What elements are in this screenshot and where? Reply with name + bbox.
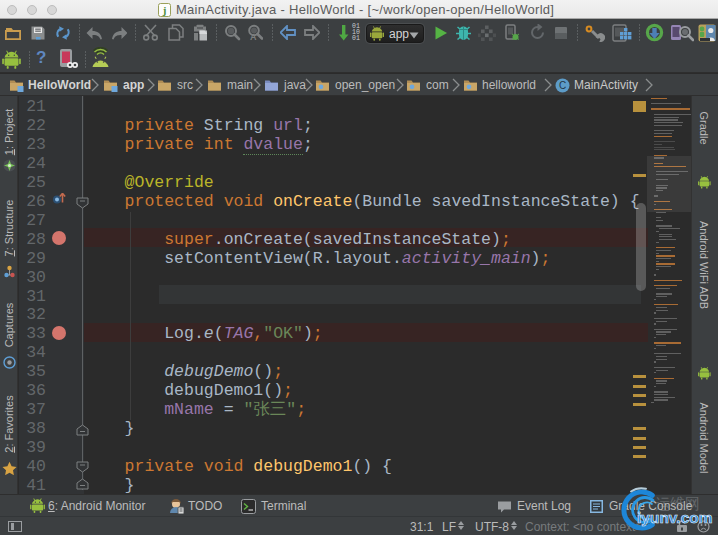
svg-text:iyunv.com: iyunv.com xyxy=(637,509,713,526)
